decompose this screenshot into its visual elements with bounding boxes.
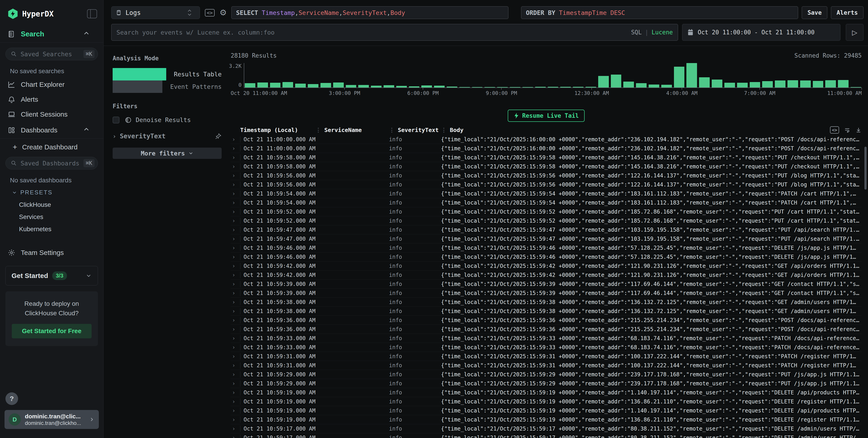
order-by-input[interactable]: ORDER BY TimestampTime DESC bbox=[521, 6, 798, 19]
source-select[interactable]: Logs bbox=[111, 6, 200, 19]
col-servicename[interactable]: ⋮ServiceName bbox=[315, 127, 389, 133]
row-expand-chevron-icon[interactable]: › bbox=[231, 290, 240, 296]
row-expand-chevron-icon[interactable]: › bbox=[231, 317, 240, 324]
histogram-bar[interactable] bbox=[825, 80, 836, 88]
histogram-bar[interactable] bbox=[320, 83, 331, 88]
view-source-icon[interactable]: <> bbox=[830, 126, 839, 134]
run-query-button[interactable]: ▷ bbox=[846, 24, 864, 41]
table-row[interactable]: ›Oct 21 10:59:42.000 AMinfo{"time_local"… bbox=[231, 271, 862, 279]
table-row[interactable]: ›Oct 21 10:59:46.000 AMinfo{"time_local"… bbox=[231, 252, 862, 262]
saved-searches-input[interactable]: Saved Searches ⌘K bbox=[5, 48, 98, 60]
source-settings-gear-icon[interactable]: ⚙ bbox=[220, 9, 227, 17]
table-row[interactable]: ›Oct 21 10:59:56.000 AMinfo{"time_local"… bbox=[231, 171, 862, 180]
create-dashboard-button[interactable]: + Create Dashboard bbox=[0, 139, 103, 156]
table-row[interactable]: ›Oct 21 10:59:38.000 AMinfo{"time_local"… bbox=[231, 307, 862, 316]
row-expand-chevron-icon[interactable]: › bbox=[231, 380, 240, 387]
severity-filter-group[interactable]: › SeverityText bbox=[113, 132, 222, 140]
table-row[interactable]: ›Oct 21 10:59:38.000 AMinfo{"time_local"… bbox=[231, 298, 862, 307]
get-started-free-button[interactable]: Get Started for Free bbox=[12, 324, 92, 338]
sidebar-item-search[interactable]: Search bbox=[0, 26, 103, 42]
histogram-bar[interactable] bbox=[598, 76, 609, 88]
sql-editor-icon[interactable]: <> bbox=[205, 9, 215, 16]
preset-item-clickhouse[interactable]: ClickHouse bbox=[0, 199, 103, 211]
histogram-bar[interactable] bbox=[674, 67, 685, 88]
table-row[interactable]: ›Oct 21 10:59:39.000 AMinfo{"time_local"… bbox=[231, 289, 862, 298]
histogram-bar[interactable] bbox=[472, 87, 483, 88]
row-expand-chevron-icon[interactable]: › bbox=[231, 263, 240, 269]
row-expand-chevron-icon[interactable]: › bbox=[231, 254, 240, 260]
histogram-bar[interactable] bbox=[434, 86, 445, 88]
sidebar-item-client-sessions[interactable]: Client Sessions bbox=[0, 107, 103, 122]
table-row[interactable]: ›Oct 21 10:59:47.000 AMinfo{"time_local"… bbox=[231, 234, 862, 243]
histogram-bar[interactable] bbox=[447, 87, 457, 88]
table-row[interactable]: ›Oct 21 10:59:54.000 AMinfo{"time_local"… bbox=[231, 189, 862, 198]
histogram-bar[interactable] bbox=[383, 85, 394, 88]
table-row[interactable]: ›Oct 21 11:00:00.000 AMinfo{"time_local"… bbox=[231, 135, 862, 144]
table-row[interactable]: ›Oct 21 10:59:31.000 AMinfo{"time_local"… bbox=[231, 352, 862, 361]
row-expand-chevron-icon[interactable]: › bbox=[231, 155, 240, 161]
histogram-bar[interactable] bbox=[800, 80, 811, 88]
date-range-picker[interactable]: Oct 20 11:00:00 - Oct 21 11:00:00 bbox=[682, 24, 840, 41]
histogram-bar[interactable] bbox=[510, 87, 520, 88]
row-expand-chevron-icon[interactable]: › bbox=[231, 344, 240, 350]
column-resize-handle[interactable]: ⋮ bbox=[389, 127, 395, 133]
histogram-bar[interactable] bbox=[270, 83, 281, 88]
histogram-bar[interactable] bbox=[813, 81, 824, 88]
row-expand-chevron-icon[interactable]: › bbox=[231, 371, 240, 378]
save-button[interactable]: Save bbox=[802, 6, 827, 19]
histogram-bar[interactable] bbox=[623, 81, 634, 88]
histogram-bar[interactable] bbox=[586, 87, 596, 88]
histogram-bar[interactable] bbox=[548, 87, 558, 88]
histogram-bar[interactable] bbox=[762, 81, 773, 88]
column-resize-handle[interactable]: ⋮ bbox=[315, 127, 321, 133]
histogram-bar[interactable] bbox=[497, 87, 508, 88]
row-expand-chevron-icon[interactable]: › bbox=[231, 407, 240, 414]
denoise-checkbox[interactable] bbox=[113, 116, 119, 124]
histogram-bars[interactable] bbox=[244, 63, 862, 88]
user-menu[interactable]: D dominic.tran@clic... dominic.tran@clic… bbox=[4, 410, 99, 429]
table-row[interactable]: ›Oct 21 10:59:33.000 AMinfo{"time_local"… bbox=[231, 334, 862, 343]
preset-item-kubernetes[interactable]: Kubernetes bbox=[0, 223, 103, 235]
row-expand-chevron-icon[interactable]: › bbox=[231, 209, 240, 215]
table-row[interactable]: ›Oct 21 10:59:58.000 AMinfo{"time_local"… bbox=[231, 153, 862, 162]
col-body[interactable]: ⋮Body <> bbox=[441, 126, 862, 134]
sidebar-item-chart-explorer[interactable]: Chart Explorer bbox=[0, 77, 103, 92]
histogram-bar[interactable] bbox=[485, 87, 495, 88]
histogram-bar[interactable] bbox=[535, 87, 546, 88]
table-row[interactable]: ›Oct 21 10:59:19.000 AMinfo{"time_local"… bbox=[231, 388, 862, 397]
table-row[interactable]: ›Oct 21 10:59:52.000 AMinfo{"time_local"… bbox=[231, 207, 862, 216]
table-row[interactable]: ›Oct 21 10:59:17.000 AMinfo{"time_local"… bbox=[231, 424, 862, 433]
row-expand-chevron-icon[interactable]: › bbox=[231, 163, 240, 170]
table-scrollbar[interactable] bbox=[864, 147, 867, 190]
col-timestamp[interactable]: Timestamp (Local) bbox=[240, 127, 315, 133]
histogram-bar[interactable] bbox=[775, 80, 785, 88]
sidebar-collapse-icon[interactable] bbox=[87, 9, 97, 18]
table-row[interactable]: ›Oct 21 10:59:17.000 AMinfo{"time_local"… bbox=[231, 433, 862, 438]
row-expand-chevron-icon[interactable]: › bbox=[231, 272, 240, 278]
row-expand-chevron-icon[interactable]: › bbox=[231, 236, 240, 242]
help-button[interactable]: ? bbox=[5, 392, 18, 405]
event-search-input[interactable]: Search your events w/ Lucene ex. column:… bbox=[111, 24, 678, 41]
histogram-bar[interactable] bbox=[838, 80, 848, 88]
select-columns-input[interactable]: SELECT Timestamp,ServiceName,SeverityTex… bbox=[231, 6, 508, 19]
table-row[interactable]: ›Oct 21 10:59:54.000 AMinfo{"time_local"… bbox=[231, 198, 862, 207]
sql-toggle[interactable]: SQL bbox=[631, 29, 642, 36]
histogram-bar[interactable] bbox=[649, 85, 659, 88]
histogram-bar[interactable] bbox=[333, 82, 344, 88]
histogram-bar[interactable] bbox=[282, 82, 293, 88]
histogram-bar[interactable] bbox=[409, 86, 420, 88]
alerts-button[interactable]: Alerts bbox=[831, 6, 864, 19]
histogram-bar[interactable] bbox=[358, 85, 369, 88]
table-row[interactable]: ›Oct 21 10:59:52.000 AMinfo{"time_local"… bbox=[231, 216, 862, 225]
table-row[interactable]: ›Oct 21 10:59:19.000 AMinfo{"time_local"… bbox=[231, 397, 862, 406]
analysis-mode-results-table[interactable]: Results Table bbox=[113, 68, 222, 80]
histogram-bar[interactable] bbox=[459, 87, 470, 88]
histogram-bar[interactable] bbox=[371, 86, 381, 88]
table-row[interactable]: ›Oct 21 10:59:42.000 AMinfo{"time_local"… bbox=[231, 262, 862, 271]
table-row[interactable]: ›Oct 21 10:59:46.000 AMinfo{"time_local"… bbox=[231, 243, 862, 252]
histogram-bar[interactable] bbox=[737, 83, 748, 88]
table-row[interactable]: ›Oct 21 11:00:00.000 AMinfo{"time_local"… bbox=[231, 144, 862, 153]
table-row[interactable]: ›Oct 21 10:59:29.000 AMinfo{"time_local"… bbox=[231, 370, 862, 379]
denoise-results-option[interactable]: Denoise Results bbox=[113, 116, 222, 124]
histogram-bar[interactable] bbox=[522, 87, 533, 88]
